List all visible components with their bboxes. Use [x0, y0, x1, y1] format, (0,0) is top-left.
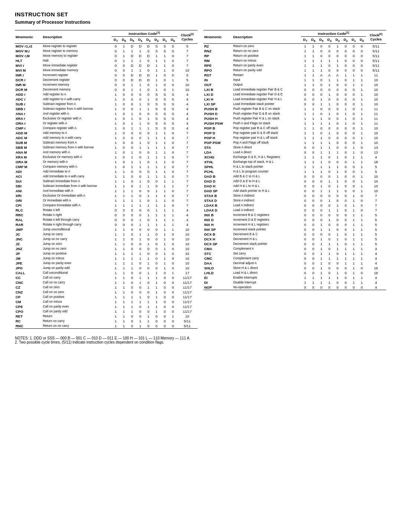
clock-cell: 5	[366, 232, 386, 237]
description-cell: Increment H & L registers	[232, 222, 301, 227]
bit-cell: D	[144, 78, 153, 82]
bit-cell: D	[144, 44, 153, 49]
bit-cell: D	[136, 78, 144, 82]
description-cell: Decrement memory	[42, 87, 111, 92]
clock-cell: 5	[366, 169, 386, 174]
clock-cell: 4	[366, 280, 386, 285]
table-row: INR rIncrement register00DDD1005	[15, 73, 198, 78]
bit-cell: 0	[350, 58, 358, 63]
table-row: SUB rSubtract register from A10010SSS4	[15, 102, 198, 106]
table-row: CMCComplement carry001111114	[203, 256, 386, 261]
clock-cell: 5/11	[366, 63, 386, 68]
mnemonic-cell: LXI H	[203, 97, 232, 102]
description-cell: Call on parity even	[42, 304, 111, 309]
mnemonic-cell: XRI	[15, 193, 42, 198]
table-row: DAADecimal adjust A001001114	[203, 261, 386, 266]
bit-cell: 1	[358, 227, 366, 232]
bit-cell: 0	[342, 198, 350, 203]
clock-cell: 11/17	[177, 299, 198, 304]
bit-cell: S	[169, 92, 177, 97]
bit-cell: A	[317, 73, 326, 78]
bit-cell: 0	[301, 174, 309, 179]
table-row: LHLDLoad H & L direct0010101016	[203, 270, 386, 275]
bit-cell: 1	[120, 58, 128, 63]
bit-cell: S	[161, 121, 169, 126]
description-cell: Add B & C to H & L	[232, 174, 301, 179]
bit-cell: 0	[128, 280, 136, 285]
mnemonic-cell: PUSH PSW	[203, 121, 232, 126]
bit-cell: 1	[153, 198, 161, 203]
bit-cell: S	[161, 111, 169, 116]
bit-cell: 1	[301, 82, 309, 87]
description-cell: Store A direct	[232, 145, 301, 150]
bit-cell: 0	[309, 266, 317, 270]
clock-cell: 13	[366, 150, 386, 155]
bit-cell: 0	[301, 97, 309, 102]
bit-cell: 0	[342, 193, 350, 198]
description-cell: Add H & L to H & L	[232, 184, 301, 188]
mnemonic-cell: LDAX D	[203, 208, 232, 213]
bit-cell: 1	[144, 304, 153, 309]
mnemonic-cell: CZ	[15, 285, 42, 290]
bit-cell: 0	[309, 188, 317, 193]
clock-cell: 4	[366, 256, 386, 261]
bit-cell: 1	[358, 237, 366, 242]
bit-cell: 0	[350, 111, 358, 116]
bit-cell: 0	[128, 174, 136, 179]
bit-cell: 0	[358, 150, 366, 155]
bit-cell: 0	[112, 217, 120, 222]
bit-cell: 1	[350, 198, 358, 203]
mnemonic-cell: CNZ	[15, 290, 42, 295]
right-d3-header: D3	[333, 37, 342, 44]
bit-cell: S	[161, 44, 169, 49]
clock-cell: 5	[366, 237, 386, 242]
bit-cell: 1	[301, 131, 309, 135]
description-cell: Exclusive Or immediate with A	[42, 193, 111, 198]
bit-cell: 1	[128, 82, 136, 87]
bit-cell: 0	[161, 275, 169, 280]
bit-cell: 1	[112, 275, 120, 280]
bit-cell: 0	[144, 150, 153, 155]
bit-cell: 1	[161, 164, 169, 169]
left-d2-header: D2	[153, 37, 161, 44]
bit-cell: 1	[350, 73, 358, 78]
table-row: SBB rSubtract register from A with borro…	[15, 106, 198, 111]
bit-cell: 1	[333, 246, 342, 251]
table-row: EIEnable Interrupts111110114	[203, 275, 386, 280]
bit-cell: 0	[350, 97, 358, 102]
bit-cell: 0	[350, 131, 358, 135]
bit-cell: 1	[144, 193, 153, 198]
bit-cell: 0	[358, 145, 366, 150]
bit-cell: 0	[112, 58, 120, 63]
bit-cell: S	[153, 49, 161, 53]
bit-cell: 1	[358, 222, 366, 227]
bit-cell: 0	[317, 198, 326, 203]
bit-cell: 1	[144, 285, 153, 290]
bit-cell: 1	[342, 111, 350, 116]
bit-cell: 1	[350, 232, 358, 237]
bit-cell: 0	[120, 68, 128, 73]
bit-cell: 0	[358, 53, 366, 58]
bit-cell: 1	[153, 275, 161, 280]
bit-cell: 1	[325, 242, 333, 246]
bit-cell: 0	[169, 275, 177, 280]
bit-cell: 1	[153, 140, 161, 145]
table-row: POP DPop register pair D & E off stack11…	[203, 131, 386, 135]
bit-cell: S	[153, 111, 161, 116]
mnemonic-cell: POP D	[203, 131, 232, 135]
bit-cell: 0	[350, 92, 358, 97]
bit-cell: 1	[144, 299, 153, 304]
bit-cell: 0	[161, 309, 169, 314]
bit-cell: 1	[128, 261, 136, 266]
bit-cell: 0	[144, 227, 153, 232]
bit-cell: 0	[120, 63, 128, 68]
bit-cell: 1	[120, 169, 128, 174]
mnemonic-cell: XRA M	[15, 155, 42, 160]
mnemonic-cell: EI	[203, 275, 232, 280]
bit-cell: 1	[136, 58, 144, 63]
description-cell: Jump on no carry	[42, 237, 111, 242]
bit-cell: 1	[309, 111, 317, 116]
bit-cell: 0	[128, 242, 136, 246]
bit-cell: 1	[358, 102, 366, 106]
clock-cell: 5/11	[366, 68, 386, 73]
